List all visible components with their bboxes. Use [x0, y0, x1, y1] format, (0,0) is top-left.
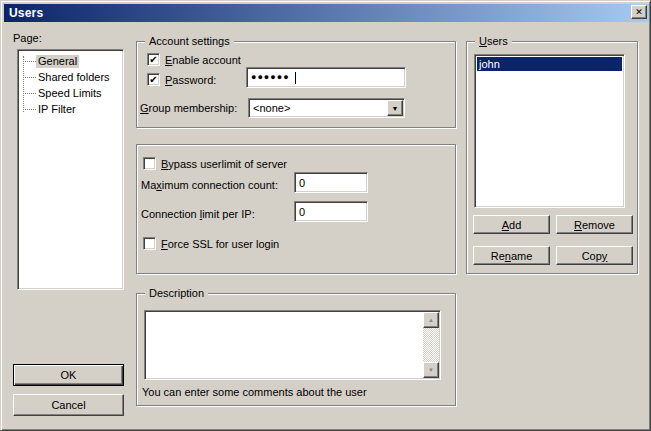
force-ssl-checkbox[interactable]	[143, 237, 156, 250]
users-dialog: Users ✕ Page: General Shared folders Spe…	[0, 0, 651, 431]
password-input[interactable]: ●●●●●●	[246, 67, 406, 88]
copy-button-label: Copy	[582, 250, 608, 262]
connection-limit-per-ip-input[interactable]: 0	[294, 201, 368, 222]
description-scrollbar[interactable]: ▲ ▼	[423, 312, 439, 378]
scroll-up-button[interactable]: ▲	[423, 312, 439, 328]
copy-button[interactable]: Copy	[556, 246, 633, 265]
tree-item-shared-folders[interactable]: Shared folders	[18, 69, 112, 85]
text-caret	[295, 72, 296, 84]
password-value: ●●●●●●	[251, 71, 290, 84]
scroll-up-icon: ▲	[428, 317, 434, 323]
scroll-down-icon: ▼	[428, 367, 434, 373]
tree-branch-icon	[23, 61, 36, 62]
description-hint: You can enter some comments about the us…	[142, 386, 367, 399]
users-listbox[interactable]: john	[474, 54, 625, 208]
remove-button[interactable]: Remove	[556, 215, 633, 234]
tree-item-label: Speed Limits	[36, 87, 104, 100]
bypass-userlimit-checkbox[interactable]	[143, 157, 156, 170]
add-button-label: Add	[502, 219, 522, 231]
tree-branch-icon	[23, 93, 36, 94]
password-checkbox[interactable]: ✔	[147, 73, 160, 86]
description-group-title: Description	[145, 287, 208, 300]
tree-branch-icon	[23, 77, 36, 78]
connection-limit-per-ip-value: 0	[299, 206, 305, 219]
rename-button[interactable]: Rename	[473, 246, 550, 265]
max-connection-count-label: Maximum connection count:	[141, 179, 278, 192]
max-connection-count-input[interactable]: 0	[294, 172, 368, 193]
max-connection-count-value: 0	[299, 177, 305, 190]
password-label: Password:	[165, 74, 216, 87]
add-button[interactable]: Add	[473, 215, 550, 234]
group-membership-select[interactable]: <none> ▼	[248, 98, 405, 118]
tree-item-label: General	[36, 55, 79, 68]
page-tree[interactable]: General Shared folders Speed Limits IP F…	[17, 49, 124, 290]
bypass-userlimit-label: Bypass userlimit of server	[161, 158, 287, 171]
page-label: Page:	[13, 32, 42, 45]
check-icon: ✔	[149, 55, 157, 65]
tree-item-label: IP Filter	[36, 103, 78, 116]
enable-account-label: Enable account	[165, 54, 241, 67]
tree-branch-icon	[23, 109, 36, 110]
tree-item-ip-filter[interactable]: IP Filter	[18, 101, 78, 117]
close-icon: ✕	[635, 8, 643, 17]
scroll-down-button[interactable]: ▼	[423, 362, 439, 378]
enable-account-checkbox[interactable]: ✔	[147, 53, 160, 66]
tree-item-general[interactable]: General	[18, 53, 79, 69]
group-membership-label: Group membership:	[140, 102, 237, 115]
remove-button-label: Remove	[574, 219, 615, 231]
group-membership-value: <none>	[253, 102, 290, 115]
tree-item-label: Shared folders	[36, 71, 112, 84]
chevron-down-icon: ▼	[392, 105, 399, 112]
user-list-item[interactable]: john	[477, 57, 622, 71]
force-ssl-label: Force SSL for user login	[161, 238, 279, 251]
check-icon: ✔	[149, 75, 157, 85]
connection-limit-per-ip-label: Connection limit per IP:	[141, 208, 255, 221]
cancel-button[interactable]: Cancel	[13, 394, 124, 416]
close-button[interactable]: ✕	[631, 5, 647, 19]
tree-item-speed-limits[interactable]: Speed Limits	[18, 85, 104, 101]
ok-button[interactable]: OK	[13, 364, 124, 386]
account-settings-group-title: Account settings	[145, 35, 234, 48]
rename-button-label: Rename	[491, 250, 533, 262]
users-group-title: Users	[475, 35, 512, 48]
description-textarea[interactable]: ▲ ▼	[144, 310, 441, 380]
combo-dropdown-button[interactable]: ▼	[387, 100, 403, 116]
